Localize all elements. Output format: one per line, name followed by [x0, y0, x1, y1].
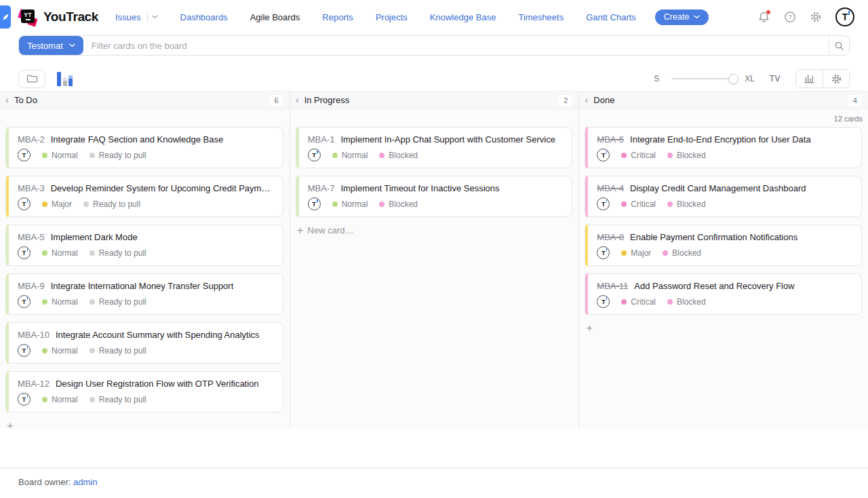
collapse-column-chevron-icon[interactable]: ‹	[585, 94, 588, 106]
folder-icon[interactable]	[18, 70, 45, 88]
issue-card[interactable]: MBA-6 Integrate End-to-End Encryption fo…	[585, 127, 862, 168]
assignee-avatar[interactable]: T	[597, 197, 610, 210]
assignee-avatar[interactable]: T	[18, 246, 31, 259]
status-field[interactable]: Blocked	[667, 199, 706, 209]
issue-card[interactable]: MBA-1 Implement In-App Chat Support with…	[296, 127, 573, 168]
board-owner-link[interactable]: admin	[73, 477, 97, 487]
nav-item-gantt-charts[interactable]: Gantt Charts	[586, 12, 636, 22]
extension-feather-icon[interactable]	[0, 5, 11, 28]
status-field[interactable]: Ready to pull	[90, 151, 146, 160]
assignee-avatar[interactable]: T	[597, 295, 610, 308]
issue-card[interactable]: MBA-8 Enable Payment Confirmation Notifi…	[585, 225, 862, 266]
assignee-avatar[interactable]: T	[597, 149, 610, 161]
status-field[interactable]: Ready to pull	[90, 395, 146, 404]
assignee-avatar[interactable]: T	[18, 393, 31, 406]
settings-gear-icon[interactable]	[810, 11, 822, 23]
tv-mode-button[interactable]: TV	[770, 74, 781, 83]
add-card-button[interactable]: +	[585, 322, 597, 334]
issue-id-link[interactable]: MBA-7	[308, 183, 335, 193]
slider-handle[interactable]	[728, 74, 738, 84]
issue-card[interactable]: MBA-5 Implement Dark Mode T Normal Ready…	[5, 225, 283, 266]
nav-item-dashboards[interactable]: Dashboards	[180, 12, 228, 22]
nav-item-knowledge-base[interactable]: Knowledge Base	[430, 12, 496, 22]
priority-field[interactable]: Normal	[332, 151, 368, 160]
card-head: MBA-3 Develop Reminder System for Upcomi…	[18, 183, 275, 193]
issue-id-link[interactable]: MBA-6	[597, 134, 624, 145]
add-card-button[interactable]: + New card…	[296, 225, 354, 236]
issue-id-link[interactable]: MBA-8	[597, 232, 624, 242]
nav-item-timesheets[interactable]: Timesheets	[518, 12, 564, 22]
issue-id-link[interactable]: MBA-12	[18, 379, 50, 389]
issue-card[interactable]: MBA-10 Integrate Account Summary with Sp…	[5, 322, 283, 364]
card-meta: T Critical Blocked	[597, 197, 853, 210]
status-field[interactable]: Blocked	[379, 199, 418, 209]
issue-id-link[interactable]: MBA-10	[18, 330, 50, 340]
issue-card[interactable]: MBA-7 Implement Timeout for Inactive Ses…	[296, 176, 573, 217]
priority-label: Normal	[52, 297, 78, 307]
priority-field[interactable]: Major	[42, 199, 72, 209]
assignee-avatar[interactable]: T	[308, 149, 321, 161]
priority-field[interactable]: Normal	[42, 395, 78, 404]
status-field[interactable]: Blocked	[663, 248, 701, 258]
status-field[interactable]: Ready to pull	[83, 199, 140, 209]
collapse-column-chevron-icon[interactable]: ‹	[296, 94, 299, 106]
issue-card[interactable]: MBA-4 Display Credit Card Management Das…	[585, 176, 862, 217]
priority-field[interactable]: Normal	[42, 346, 78, 356]
issue-id-link[interactable]: MBA-4	[597, 183, 624, 193]
notifications-bell-icon[interactable]	[757, 11, 770, 24]
priority-field[interactable]: Critical	[621, 151, 656, 160]
assignee-avatar[interactable]: T	[597, 246, 610, 259]
assignee-avatar[interactable]: T	[18, 295, 31, 308]
priority-field[interactable]: Major	[621, 248, 651, 258]
priority-field[interactable]: Normal	[42, 297, 78, 307]
issue-card[interactable]: MBA-2 Integrate FAQ Section and Knowledg…	[5, 127, 283, 168]
status-field[interactable]: Blocked	[667, 151, 706, 160]
create-button[interactable]: Create	[655, 9, 709, 25]
project-selector-button[interactable]: Testomat	[19, 36, 83, 55]
nav-item-issues[interactable]: Issues	[115, 12, 158, 22]
issue-card[interactable]: MBA-9 Integrate International Money Tran…	[5, 273, 283, 315]
help-icon[interactable]: ?	[784, 11, 796, 23]
youtrack-logo[interactable]: YT YouTrack	[19, 8, 98, 26]
priority-field[interactable]: Critical	[621, 297, 656, 307]
board-chart-view-icon[interactable]	[57, 72, 73, 86]
priority-field[interactable]: Normal	[42, 248, 78, 258]
issue-card[interactable]: MBA-12 Design User Registration Flow wit…	[5, 371, 283, 413]
assignee-avatar[interactable]: T	[18, 344, 31, 357]
status-field[interactable]: Blocked	[379, 151, 418, 160]
assignee-avatar[interactable]: T	[18, 197, 31, 210]
board-statistics-icon[interactable]	[796, 70, 823, 88]
card-head: MBA-1 Implement In-App Chat Support with…	[308, 134, 564, 145]
issue-id-link[interactable]: MBA-3	[18, 183, 45, 193]
assignee-avatar[interactable]: T	[308, 197, 321, 210]
issue-id-link[interactable]: MBA-9	[18, 281, 45, 291]
issue-card[interactable]: MBA-11 Add Password Reset and Recovery F…	[585, 273, 862, 315]
status-field[interactable]: Ready to pull	[90, 346, 146, 356]
issue-id-link[interactable]: MBA-11	[597, 281, 628, 291]
status-field[interactable]: Ready to pull	[90, 297, 146, 307]
issue-id-link[interactable]: MBA-1	[308, 134, 335, 145]
issue-id-link[interactable]: MBA-5	[18, 232, 45, 242]
search-icon[interactable]	[829, 36, 849, 55]
assignee-avatar[interactable]: T	[18, 149, 31, 161]
nav-item-dropdown[interactable]	[141, 13, 158, 22]
issue-card[interactable]: MBA-3 Develop Reminder System for Upcomi…	[5, 176, 283, 217]
add-card-button[interactable]: +	[5, 420, 18, 428]
nav-item-projects[interactable]: Projects	[376, 12, 408, 22]
user-avatar[interactable]: T	[835, 7, 854, 26]
board-settings-gear-icon[interactable]	[823, 70, 849, 88]
card-size-slider[interactable]	[671, 78, 734, 79]
nav-item-reports[interactable]: Reports	[322, 12, 353, 22]
filter-cards-input[interactable]	[83, 36, 829, 55]
issue-id-link[interactable]: MBA-2	[18, 134, 45, 145]
status-dot	[379, 153, 384, 158]
priority-dot	[332, 153, 338, 158]
status-field[interactable]: Ready to pull	[90, 248, 146, 258]
status-field[interactable]: Blocked	[667, 297, 706, 307]
priority-field[interactable]: Critical	[621, 199, 656, 209]
assignee-initial: T	[601, 200, 606, 208]
priority-field[interactable]: Normal	[42, 151, 78, 160]
collapse-column-chevron-icon[interactable]: ‹	[5, 94, 9, 106]
priority-field[interactable]: Normal	[332, 199, 368, 209]
nav-item-agile-boards[interactable]: Agile Boards	[250, 12, 300, 22]
